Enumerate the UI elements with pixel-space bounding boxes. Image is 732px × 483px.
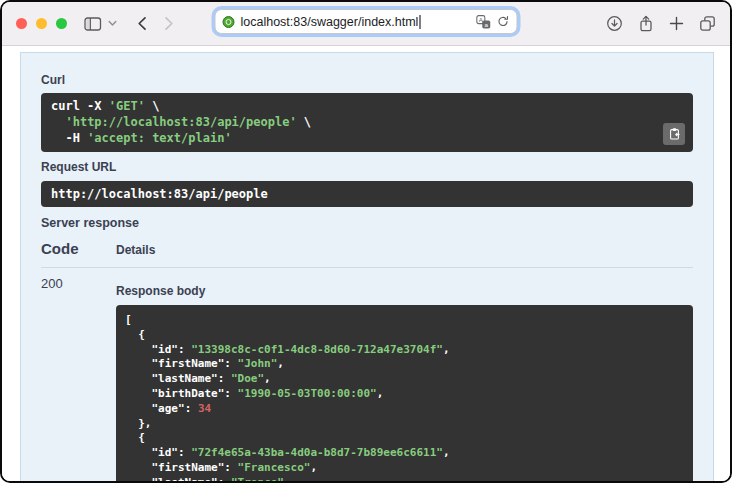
window-controls [16, 18, 67, 29]
request-url-value: http://localhost:83/api/people [41, 181, 693, 207]
response-details-cell: Response body [ { "id": "13398c8c-c0f1-4… [116, 276, 693, 483]
toolbar-right-actions [606, 15, 716, 33]
code-column-header: Code [41, 240, 116, 257]
code-line: "id": "13398c8c-c0f1-4dc8-8d60-712a47e37… [125, 343, 684, 358]
minimize-window-button[interactable] [36, 18, 47, 29]
url-text: localhost:83/swagger/index.html [241, 15, 419, 29]
code-line: curl -X 'GET' \ [51, 98, 683, 114]
chevron-left-icon [136, 16, 148, 31]
code-line: -H 'accept: text/plain' [51, 130, 683, 146]
response-body-json: [ { "id": "13398c8c-c0f1-4dc8-8d60-712a4… [125, 313, 684, 483]
tabs-icon [699, 15, 716, 32]
reload-icon [497, 15, 510, 28]
response-table-row: 200 Response body [ { "id": "13398c8c-c0… [41, 268, 693, 483]
zoom-window-button[interactable] [56, 18, 67, 29]
copy-to-clipboard-button[interactable] [663, 123, 685, 145]
chevron-right-icon [163, 16, 175, 31]
server-response-label: Server response [41, 216, 693, 230]
status-code: 200 [41, 276, 116, 483]
download-icon [606, 15, 623, 32]
close-window-button[interactable] [16, 18, 27, 29]
response-table-header: Code Details [41, 240, 693, 268]
address-bar[interactable]: localhost:83/swagger/index.html A a [215, 9, 518, 34]
curl-command-block: curl -X 'GET' \ 'http://localhost:83/api… [41, 93, 693, 152]
translate-button[interactable]: A a [476, 14, 492, 30]
translate-icon: A a [476, 14, 492, 30]
browser-toolbar: localhost:83/swagger/index.html A a [2, 2, 730, 46]
back-button[interactable] [136, 16, 148, 31]
curl-command-text: curl -X 'GET' \ 'http://localhost:83/api… [51, 98, 683, 146]
sidebar-toggle-button[interactable] [84, 16, 102, 32]
sidebar-options-chevron-button[interactable] [108, 20, 117, 27]
code-line: "lastName": "Trenco", [125, 476, 684, 483]
text-cursor [419, 15, 420, 29]
curl-label: Curl [41, 73, 693, 87]
share-button[interactable] [638, 15, 654, 33]
chevron-down-icon [108, 20, 117, 27]
details-column-header: Details [116, 243, 693, 257]
code-line: 'http://localhost:83/api/people' \ [51, 114, 683, 130]
response-body-block: [ { "id": "13398c8c-c0f1-4dc8-8d60-712a4… [116, 305, 693, 483]
page-content: Curl curl -X 'GET' \ 'http://localhost:8… [2, 46, 730, 483]
request-url-label: Request URL [41, 160, 693, 174]
code-line: { [125, 328, 684, 343]
code-line: "birthDate": "1990-05-03T00:00:00", [125, 387, 684, 402]
new-tab-button[interactable] [669, 16, 684, 31]
response-body-label: Response body [116, 284, 693, 298]
code-line: { [125, 431, 684, 446]
code-line: }, [125, 417, 684, 432]
plus-icon [669, 16, 684, 31]
svg-text:a: a [485, 20, 489, 27]
share-icon [638, 15, 654, 33]
site-favicon-icon [223, 16, 235, 28]
code-line: "id": "72f4e65a-43ba-4d0a-b8d7-7b89ee6c6… [125, 446, 684, 461]
code-line: "firstName": "Francesco", [125, 461, 684, 476]
forward-button[interactable] [163, 16, 175, 31]
swagger-operation-panel: Curl curl -X 'GET' \ 'http://localhost:8… [20, 52, 714, 483]
code-line: [ [125, 313, 684, 328]
browser-window: localhost:83/swagger/index.html A a [0, 0, 732, 483]
reload-button[interactable] [497, 15, 510, 28]
downloads-button[interactable] [606, 15, 623, 32]
code-line: "firstName": "John", [125, 357, 684, 372]
sidebar-icon [84, 16, 102, 32]
code-line: "age": 34 [125, 402, 684, 417]
tab-overview-button[interactable] [699, 15, 716, 32]
clipboard-icon [668, 127, 681, 141]
code-line: "lastName": "Doe", [125, 372, 684, 387]
